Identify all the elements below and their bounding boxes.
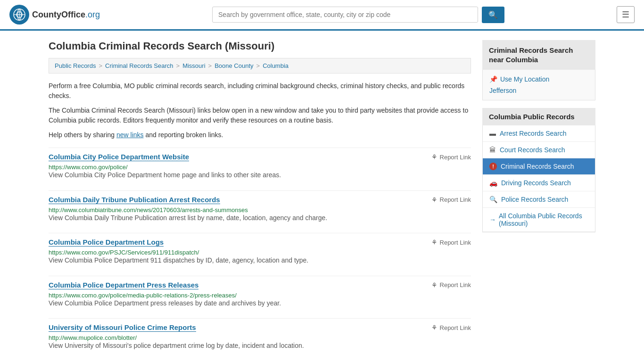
sidebar-item-police-records[interactable]: 🔍 Police Records Search [483, 191, 595, 208]
sidebar-all-records-link[interactable]: → All Columbia Public Records (Missouri) [483, 208, 595, 232]
sidebar-item-court-records[interactable]: 🏛 Court Records Search [483, 142, 595, 158]
search-area: 🔍 [212, 7, 504, 23]
search-icon: 🔍 [488, 11, 498, 19]
sidebar-nearby-title: Criminal Records Search near Columbia [482, 40, 595, 70]
result-desc: View Columbia Police Department press re… [49, 299, 471, 308]
result-url[interactable]: https://www.como.gov/PSJC/Services/911/9… [49, 249, 199, 256]
result-url[interactable]: https://www.como.gov/police/ [49, 164, 128, 171]
breadcrumb-missouri[interactable]: Missouri [182, 62, 205, 69]
hamburger-menu-button[interactable]: ☰ [617, 6, 635, 23]
breadcrumb-public-records[interactable]: Public Records [55, 62, 96, 69]
result-item: Columbia Daily Tribune Publication Arres… [49, 190, 471, 223]
content-area: Columbia Criminal Records Search (Missou… [49, 40, 471, 361]
result-item: Columbia Police Department Press Release… [49, 276, 471, 308]
location-pin-icon: 📌 [489, 75, 497, 83]
driving-records-icon: 🚗 [489, 179, 497, 187]
report-link-button[interactable]: ⚘ Report Link [431, 324, 471, 331]
logo-icon [9, 5, 29, 25]
sidebar-item-driving-records[interactable]: 🚗 Driving Records Search [483, 175, 595, 191]
result-title-link[interactable]: University of Missouri Police Crime Repo… [49, 323, 196, 332]
result-desc: View Columbia Daily Tribune Publication … [49, 214, 471, 223]
arrest-records-icon: ▬ [489, 130, 496, 137]
result-item: Columbia Police Department Logs ⚘ Report… [49, 233, 471, 265]
breadcrumb-sep-2: > [176, 62, 180, 69]
logo-text: CountyOffice.org [32, 10, 100, 20]
breadcrumb-boone-county[interactable]: Boone County [215, 62, 253, 69]
use-my-location-link[interactable]: 📌 Use My Location [489, 75, 588, 83]
breadcrumb-sep-4: > [256, 62, 260, 69]
sidebar: Criminal Records Search near Columbia 📌 … [482, 40, 595, 361]
main-container: Columbia Criminal Records Search (Missou… [39, 31, 605, 362]
result-title-link[interactable]: Columbia City Police Department Website [49, 153, 189, 161]
result-title-row: Columbia Daily Tribune Publication Arres… [49, 196, 471, 204]
report-icon: ⚘ [431, 196, 438, 204]
result-title-link[interactable]: Columbia Police Department Press Release… [49, 281, 198, 289]
breadcrumb: Public Records > Criminal Records Search… [49, 58, 471, 74]
hamburger-icon: ☰ [622, 10, 629, 19]
result-title-row: Columbia Police Department Press Release… [49, 281, 471, 289]
criminal-records-icon: ! [489, 163, 497, 170]
search-button[interactable]: 🔍 [482, 7, 504, 23]
logo-area: CountyOffice.org [9, 5, 100, 25]
sidebar-location: 📌 Use My Location Jefferson [482, 70, 595, 100]
result-title-row: Columbia Police Department Logs ⚘ Report… [49, 238, 471, 247]
description-para3: Help others by sharing new links and rep… [49, 130, 471, 140]
result-item: Columbia City Police Department Website … [49, 148, 471, 180]
sidebar-public-records-title: Columbia Public Records [482, 108, 595, 125]
result-title-row: University of Missouri Police Crime Repo… [49, 323, 471, 332]
result-title-row: Columbia City Police Department Website … [49, 153, 471, 161]
results-list: Columbia City Police Department Website … [49, 148, 471, 351]
report-icon: ⚘ [431, 324, 438, 331]
search-input[interactable] [212, 7, 478, 23]
report-link-button[interactable]: ⚘ Report Link [431, 196, 471, 204]
result-title-link[interactable]: Columbia Daily Tribune Publication Arres… [49, 196, 220, 204]
result-url[interactable]: http://www.columbiatribune.com/news/2017… [49, 206, 248, 214]
court-records-icon: 🏛 [489, 146, 496, 154]
sidebar-nav: ▬ Arrest Records Search 🏛 Court Records … [482, 125, 595, 232]
result-title-link[interactable]: Columbia Police Department Logs [49, 238, 164, 247]
result-desc: View Columbia City Police Department hom… [49, 171, 471, 180]
result-item: University of Missouri Police Crime Repo… [49, 318, 471, 351]
report-link-button[interactable]: ⚘ Report Link [431, 239, 471, 246]
sidebar-item-criminal-records[interactable]: ! Criminal Records Search [483, 158, 595, 175]
result-desc: View University of Missouri's police dep… [49, 341, 471, 351]
description-para1: Perform a free Columbia, MO public crimi… [49, 81, 471, 101]
police-records-icon: 🔍 [489, 196, 497, 203]
result-url[interactable]: http://www.mupolice.com/blotter/ [49, 334, 137, 341]
description-para2: The Columbia Criminal Records Search (Mi… [49, 106, 471, 125]
result-desc: View Columbia Police Department 911 disp… [49, 256, 471, 265]
report-link-button[interactable]: ⚘ Report Link [431, 153, 471, 161]
arrow-right-icon: → [489, 216, 496, 223]
report-icon: ⚘ [431, 239, 438, 246]
nearby-jefferson-link[interactable]: Jefferson [489, 87, 588, 94]
report-icon: ⚘ [431, 153, 438, 161]
page-header: CountyOffice.org 🔍 ☰ [0, 0, 644, 31]
sidebar-item-arrest-records[interactable]: ▬ Arrest Records Search [483, 125, 595, 142]
breadcrumb-sep-3: > [208, 62, 212, 69]
breadcrumb-sep-1: > [99, 62, 102, 69]
new-links-link[interactable]: new links [116, 131, 144, 139]
breadcrumb-columbia[interactable]: Columbia [263, 62, 289, 69]
breadcrumb-criminal-records[interactable]: Criminal Records Search [105, 62, 173, 69]
result-url[interactable]: https://www.como.gov/police/media-public… [49, 292, 237, 299]
report-icon: ⚘ [431, 281, 438, 289]
report-link-button[interactable]: ⚘ Report Link [431, 281, 471, 289]
page-title: Columbia Criminal Records Search (Missou… [49, 40, 471, 52]
